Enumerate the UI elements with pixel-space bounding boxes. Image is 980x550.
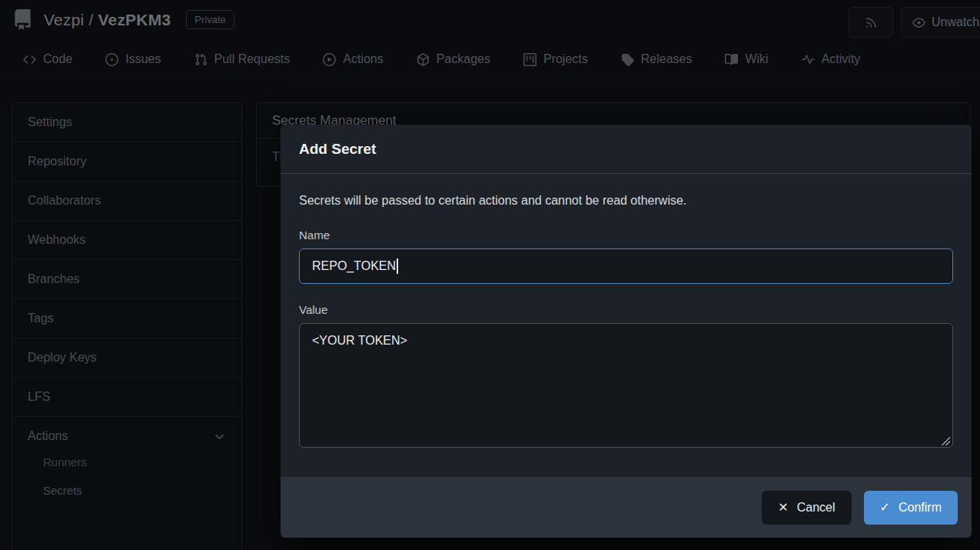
text-cursor [397, 258, 398, 274]
check-icon: ✓ [880, 502, 890, 514]
modal-title: Add Secret [299, 141, 953, 158]
x-icon: ✕ [778, 502, 788, 514]
gitea-repo-page: Vezpi / VezPKM3 Private Unwatch Code Iss… [0, 0, 980, 550]
modal-description: Secrets will be passed to certain action… [299, 194, 953, 208]
confirm-button[interactable]: ✓ Confirm [864, 491, 958, 525]
value-textarea-wrap: <YOUR TOKEN> [299, 323, 953, 451]
modal-body: Secrets will be passed to certain action… [281, 174, 972, 477]
add-secret-modal: Add Secret Secrets will be passed to cer… [281, 125, 972, 538]
modal-footer: ✕ Cancel ✓ Confirm [281, 477, 972, 538]
secret-value-textarea[interactable]: <YOUR TOKEN> [299, 323, 953, 448]
secret-name-value: REPO_TOKEN [312, 259, 396, 273]
cancel-button[interactable]: ✕ Cancel [762, 491, 851, 525]
value-label: Value [299, 303, 953, 316]
modal-header: Add Secret [281, 125, 972, 174]
secret-name-input[interactable]: REPO_TOKEN [299, 248, 953, 284]
name-label: Name [299, 228, 953, 242]
